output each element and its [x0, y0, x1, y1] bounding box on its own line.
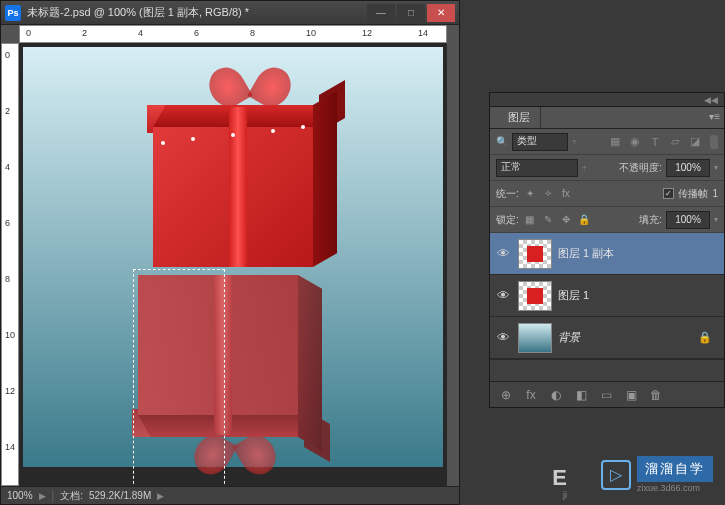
minimize-button[interactable]: — [367, 4, 395, 22]
filter-smart-icon[interactable]: ◪ [688, 135, 702, 149]
filter-toggle-switch[interactable] [710, 135, 718, 149]
adjustment-layer-icon[interactable]: ◧ [573, 387, 589, 403]
layer-thumbnail[interactable] [518, 239, 552, 269]
filter-adjustment-icon[interactable]: ◉ [628, 135, 642, 149]
watermark-url: zixue.3d66.com [637, 483, 713, 493]
ruler-mark: 2 [5, 106, 10, 116]
unify-visibility-icon[interactable]: ✧ [541, 187, 555, 201]
ruler-vertical[interactable]: 0 2 4 6 8 10 12 14 [1, 43, 19, 486]
ruler-mark: 6 [5, 218, 10, 228]
new-layer-icon[interactable]: ▣ [623, 387, 639, 403]
ruler-horizontal[interactable]: 0 2 4 6 8 10 12 14 [19, 25, 447, 43]
lock-indicator-icon: 🔒 [698, 331, 712, 344]
ruler-mark: 4 [5, 162, 10, 172]
gift-box-image [143, 67, 323, 267]
ruler-mark: 10 [306, 28, 316, 38]
ruler-mark: 14 [418, 28, 428, 38]
unify-style-icon[interactable]: fx [559, 187, 573, 201]
lock-all-icon[interactable]: 🔒 [577, 213, 591, 227]
titlebar[interactable]: Ps 未标题-2.psd @ 100% (图层 1 副本, RGB/8) * —… [1, 1, 459, 25]
panel-tabs: 图层 ▾≡ [490, 107, 724, 129]
lock-pixels-icon[interactable]: ✎ [541, 213, 555, 227]
photoshop-icon: Ps [5, 5, 21, 21]
canvas[interactable] [23, 47, 443, 467]
layer-row[interactable]: 👁 背景 🔒 [490, 317, 724, 359]
close-button[interactable]: ✕ [427, 4, 455, 22]
lock-label: 锁定: [496, 213, 519, 227]
filter-shape-icon[interactable]: ▱ [668, 135, 682, 149]
lock-position-icon[interactable]: ✥ [559, 213, 573, 227]
layer-mask-icon[interactable]: ◐ [548, 387, 564, 403]
lock-transparency-icon[interactable]: ▦ [523, 213, 537, 227]
blend-row: 正常 ÷ 不透明度: 100% ▾ [490, 155, 724, 181]
panel-menu-icon[interactable]: ▾≡ [709, 111, 720, 122]
ruler-mark: 8 [5, 274, 10, 284]
propagate-checkbox[interactable]: ✓ [663, 188, 674, 199]
link-layers-icon[interactable]: ⊕ [498, 387, 514, 403]
ruler-mark: 12 [5, 386, 15, 396]
layers-list: 👁 图层 1 副本 👁 图层 1 👁 背景 🔒 [490, 233, 724, 381]
doc-size-label: 文档: [60, 489, 83, 503]
status-bar: 100% ▶ | 文档: 529.2K/1.89M ▶ [1, 486, 459, 504]
unify-label: 统一: [496, 187, 519, 201]
layers-panel-footer: ⊕ fx ◐ ◧ ▭ ▣ 🗑 [490, 381, 724, 407]
collapse-icon[interactable]: ◀◀ [704, 95, 718, 105]
visibility-toggle-icon[interactable]: 👁 [494, 329, 512, 347]
fill-label: 填充: [639, 213, 662, 227]
layer-name[interactable]: 背景 [558, 330, 580, 345]
ruler-mark: 10 [5, 330, 15, 340]
lock-row: 锁定: ▦ ✎ ✥ 🔒 填充: 100% ▾ [490, 207, 724, 233]
layer-row[interactable]: 👁 图层 1 [490, 275, 724, 317]
watermark-brand: 溜溜自学 [637, 456, 713, 482]
layer-thumbnail[interactable] [518, 281, 552, 311]
watermark-letter: E [552, 465, 567, 491]
unify-position-icon[interactable]: ✦ [523, 187, 537, 201]
delete-layer-icon[interactable]: 🗑 [648, 387, 664, 403]
panel-collapse-bar[interactable]: ◀◀ [489, 92, 725, 106]
filter-search-icon[interactable]: 🔍 [496, 136, 508, 147]
ruler-mark: 0 [5, 50, 10, 60]
visibility-toggle-icon[interactable]: 👁 [494, 287, 512, 305]
doc-size-value: 529.2K/1.89M [89, 490, 151, 501]
layer-row[interactable]: 👁 图层 1 副本 [490, 233, 724, 275]
opacity-label: 不透明度: [619, 161, 662, 175]
ruler-mark: 0 [26, 28, 31, 38]
tab-layers[interactable]: 图层 [498, 107, 541, 128]
filter-type-icon[interactable]: T [648, 135, 662, 149]
watermark: ▷ 溜溜自学 zixue.3d66.com [601, 456, 713, 493]
layer-fx-icon[interactable]: fx [523, 387, 539, 403]
play-icon: ▷ [601, 460, 631, 490]
layers-spacer [490, 359, 724, 381]
ruler-mark: 6 [194, 28, 199, 38]
canvas-area[interactable] [19, 43, 447, 486]
maximize-button[interactable]: □ [397, 4, 425, 22]
unify-row: 统一: ✦ ✧ fx ✓ 传播帧 1 [490, 181, 724, 207]
filter-pixel-icon[interactable]: ▦ [608, 135, 622, 149]
ruler-mark: 2 [82, 28, 87, 38]
blend-mode-select[interactable]: 正常 [496, 159, 578, 177]
visibility-toggle-icon[interactable]: 👁 [494, 245, 512, 263]
zoom-menu-icon[interactable]: ▶ [39, 491, 46, 501]
ruler-mark: 14 [5, 442, 15, 452]
zoom-level[interactable]: 100% [7, 490, 33, 501]
opacity-input[interactable]: 100% [666, 159, 710, 177]
fill-input[interactable]: 100% [666, 211, 710, 229]
layer-name[interactable]: 图层 1 [558, 288, 589, 303]
ruler-mark: 4 [138, 28, 143, 38]
document-window: Ps 未标题-2.psd @ 100% (图层 1 副本, RGB/8) * —… [0, 0, 460, 505]
propagate-label: 传播帧 [678, 187, 708, 201]
status-menu-icon[interactable]: ▶ [157, 491, 164, 501]
document-title: 未标题-2.psd @ 100% (图层 1 副本, RGB/8) * [27, 5, 367, 20]
ruler-mark: 12 [362, 28, 372, 38]
ruler-mark: 8 [250, 28, 255, 38]
watermark-sub: ji [563, 490, 567, 500]
layer-name[interactable]: 图层 1 副本 [558, 246, 614, 261]
marquee-selection[interactable] [133, 269, 225, 486]
propagate-value: 1 [712, 188, 718, 199]
layer-group-icon[interactable]: ▭ [598, 387, 614, 403]
layer-filter-row: 🔍 类型 ÷ ▦ ◉ T ▱ ◪ [490, 129, 724, 155]
filter-type-select[interactable]: 类型 [512, 133, 568, 151]
layer-thumbnail[interactable] [518, 323, 552, 353]
layers-panel: 图层 ▾≡ 🔍 类型 ÷ ▦ ◉ T ▱ ◪ 正常 ÷ 不透明度: 100% ▾… [489, 106, 725, 408]
